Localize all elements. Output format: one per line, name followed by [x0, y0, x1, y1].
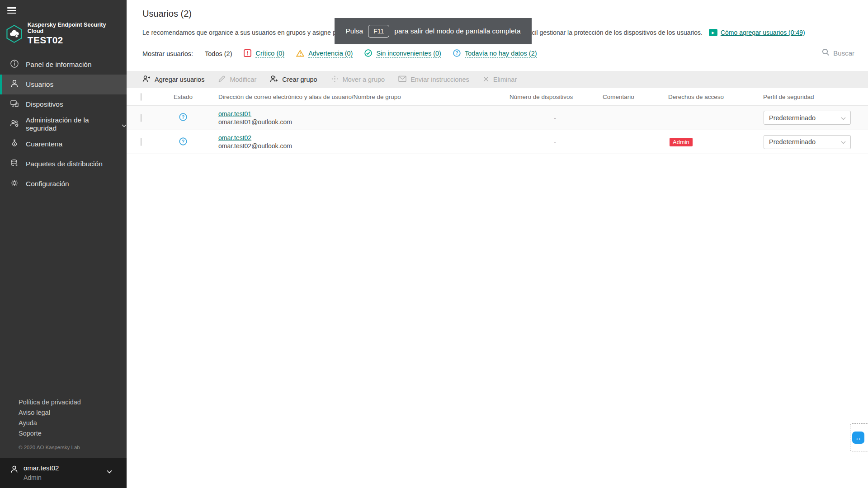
sidebar-item-label: Usuarios — [26, 80, 53, 89]
user-row-omar-test01: ? omar.test01 omar.test01@outlook.com - … — [127, 105, 868, 130]
fullscreen-exit-toast: Pulsa F11 para salir del modo de pantall… — [335, 18, 532, 44]
copyright-text: © 2020 AO Kaspersky Lab — [19, 445, 127, 450]
search-icon — [822, 48, 830, 57]
sidebar-item-label: Dispositivos — [26, 100, 63, 108]
filter-no-data[interactable]: ? Todavía no hay datos (2) — [453, 49, 537, 58]
filter-ok[interactable]: Sin inconvenientes (0) — [364, 49, 441, 58]
modify-button[interactable]: Modificar — [211, 71, 263, 88]
menu-icon[interactable] — [7, 7, 16, 14]
sidebar-item-label: Administración de la seguridad — [26, 116, 113, 132]
account-menu[interactable]: omar.test02 Admin — [0, 458, 127, 488]
column-header-estado: Estado — [154, 94, 212, 100]
no-data-status-icon: ? — [179, 113, 187, 122]
brand-product-name: Kaspersky Endpoint Security Cloud — [28, 22, 120, 34]
users-toolbar: Agregar usuarios Modificar Crear grupo M… — [127, 71, 868, 88]
legal-notice-link[interactable]: Aviso legal — [19, 408, 50, 418]
teamviewer-icon: ↔ — [852, 432, 864, 444]
sidebar-item-cuarentena[interactable]: Cuarentena — [0, 134, 127, 154]
sidebar-item-label: Cuarentena — [26, 140, 62, 148]
devices-count: - — [509, 138, 601, 145]
select-all-checkbox[interactable] — [141, 93, 142, 101]
chevron-down-icon — [841, 114, 846, 122]
sidebar-item-dispositivos[interactable]: Dispositivos — [0, 94, 127, 114]
security-admin-icon — [10, 119, 19, 130]
devices-count: - — [509, 114, 601, 122]
edit-pencil-icon — [218, 75, 226, 84]
column-header-comentario: Comentario — [601, 94, 667, 100]
page-title: Usuarios (2) — [142, 8, 868, 19]
sidebar-item-paquetes-distribucion[interactable]: Paquetes de distribución — [0, 154, 127, 174]
user-alias-link[interactable]: omar.test02 — [218, 134, 251, 141]
status-cell: ? — [154, 113, 212, 122]
filter-warning[interactable]: Advertencia (0) — [296, 50, 353, 58]
user-alias-link[interactable]: omar.test01 — [218, 110, 251, 117]
privacy-policy-link[interactable]: Política de privacidad — [19, 397, 81, 408]
sidebar: Kaspersky Endpoint Security Cloud TEST02… — [0, 0, 127, 488]
sidebar-item-panel-informacion[interactable]: Panel de información — [0, 55, 127, 75]
sidebar-item-label: Configuración — [26, 180, 69, 188]
brand-workspace-name: TEST02 — [28, 35, 120, 46]
no-data-status-icon: ? — [453, 49, 461, 58]
users-icon — [10, 79, 19, 90]
row-checkbox[interactable] — [141, 138, 142, 146]
user-row-omar-test02: ? omar.test02 omar.test02@outlook.com - … — [127, 130, 868, 154]
chevron-down-icon — [122, 121, 127, 129]
critical-status-icon — [244, 49, 251, 58]
send-instructions-button[interactable]: Enviar instrucciones — [392, 71, 476, 88]
sidebar-item-configuracion[interactable]: Configuración — [0, 174, 127, 194]
column-header-derechos: Derechos de acceso — [667, 94, 762, 100]
how-to-add-users-video-link[interactable]: ▶ Cómo agregar usuarios (0:49) — [709, 29, 805, 36]
support-link[interactable]: Soporte — [19, 428, 42, 439]
svg-text:?: ? — [182, 114, 184, 120]
help-link[interactable]: Ayuda — [19, 418, 37, 428]
move-to-group-button[interactable]: Mover a grupo — [324, 71, 392, 88]
svg-text:?: ? — [455, 51, 458, 56]
admin-badge: Admin — [670, 138, 693, 146]
settings-gear-icon — [10, 178, 19, 189]
filter-critical[interactable]: Crítico (0) — [244, 49, 284, 58]
sidebar-item-administracion-seguridad[interactable]: Administración de la seguridad — [0, 114, 127, 134]
security-profile-select[interactable]: Predeterminado — [764, 111, 851, 125]
sidebar-item-usuarios[interactable]: Usuarios — [0, 75, 127, 94]
f11-key-badge: F11 — [368, 25, 389, 38]
quarantine-icon — [10, 139, 19, 150]
user-account-icon — [10, 465, 19, 475]
status-cell: ? — [154, 137, 212, 147]
add-users-button[interactable]: Agregar usuarios — [136, 71, 211, 88]
security-profile-select[interactable]: Predeterminado — [764, 135, 851, 149]
create-group-button[interactable]: Crear grupo — [263, 71, 324, 88]
filters-label: Mostrar usuarios: — [142, 50, 193, 57]
column-header-direccion: Dirección de correo electrónico y alias … — [212, 94, 509, 100]
chevron-down-icon — [107, 467, 112, 475]
ok-status-icon — [364, 49, 372, 58]
delete-button[interactable]: Eliminar — [476, 71, 524, 88]
sidebar-item-label: Panel de información — [26, 61, 92, 69]
app-root: Kaspersky Endpoint Security Cloud TEST02… — [0, 0, 868, 488]
sidebar-footer-links: Política de privacidad Aviso legal Ayuda… — [0, 397, 127, 439]
users-table-header: Estado Dirección de correo electrónico y… — [127, 88, 868, 105]
close-x-icon — [483, 76, 489, 84]
kaspersky-logo-icon — [6, 24, 22, 43]
search-button[interactable]: Buscar — [822, 48, 854, 57]
sidebar-item-label: Paquetes de distribución — [26, 160, 103, 168]
distribution-packages-icon — [10, 159, 19, 169]
create-group-icon — [270, 75, 278, 84]
brand: Kaspersky Endpoint Security Cloud TEST02 — [6, 22, 120, 46]
chevron-down-icon — [841, 138, 846, 145]
main-content: Usuarios (2) Le recomendamos que organic… — [127, 0, 868, 488]
remote-assist-flyout[interactable]: ↔ — [850, 423, 868, 451]
account-role: Admin — [24, 474, 59, 481]
envelope-icon — [398, 75, 406, 84]
user-status-filters: Mostrar usuarios: Todos (2) Crítico (0) … — [142, 48, 868, 60]
add-user-icon — [142, 75, 151, 84]
dashboard-info-icon — [10, 59, 19, 70]
column-header-dispositivos: Número de dispositivos — [509, 94, 601, 100]
warning-status-icon — [296, 50, 304, 58]
video-play-icon: ▶ — [709, 29, 717, 36]
row-checkbox[interactable] — [141, 114, 142, 122]
svg-text:?: ? — [182, 138, 184, 144]
devices-icon — [10, 99, 19, 110]
user-email: omar.test02@outlook.com — [218, 142, 509, 150]
filter-all[interactable]: Todos (2) — [205, 50, 232, 57]
move-icon — [331, 75, 339, 84]
